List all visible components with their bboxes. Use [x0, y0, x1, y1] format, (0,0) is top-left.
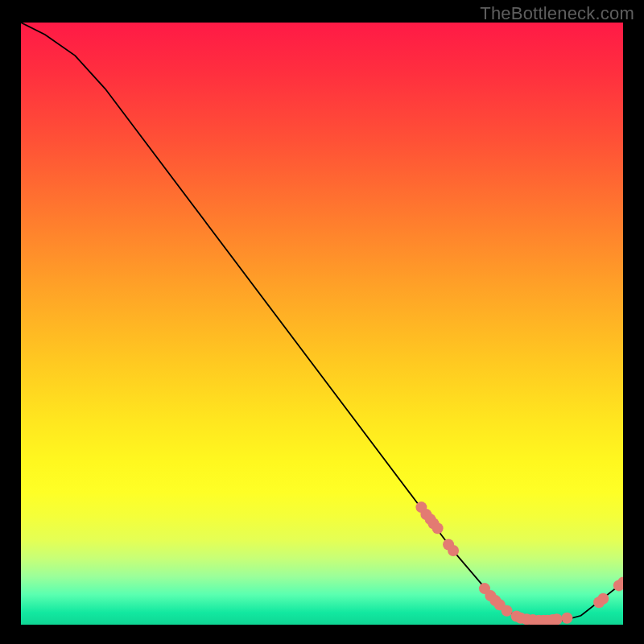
data-point	[448, 545, 459, 556]
chart-svg	[21, 23, 623, 625]
chart-frame: TheBottleneck.com	[0, 0, 644, 644]
data-point	[502, 605, 513, 617]
data-point	[432, 522, 444, 534]
data-point	[561, 613, 572, 624]
data-point	[597, 593, 609, 605]
bottleneck-curve	[21, 23, 623, 621]
watermark-text: TheBottleneck.com	[480, 3, 634, 24]
plot-area	[21, 23, 623, 625]
data-point	[551, 613, 563, 625]
